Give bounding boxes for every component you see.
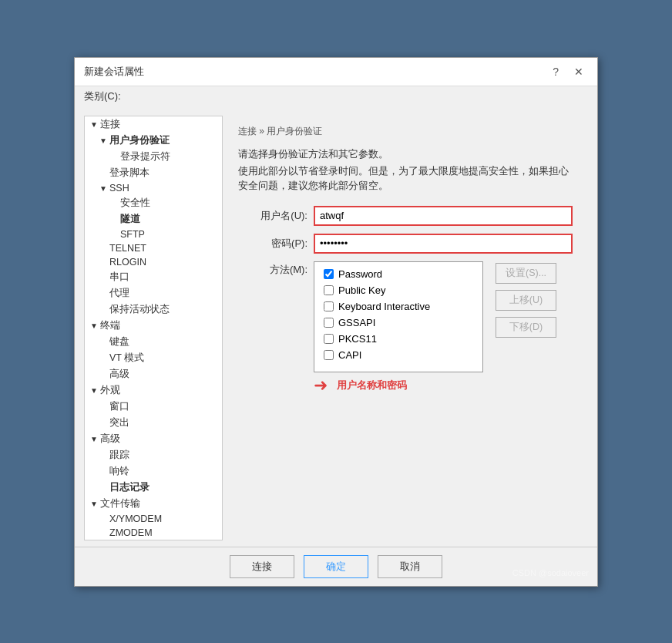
sidebar-item-突出[interactable]: 突出 [85, 415, 222, 431]
method-label-KeyboardInteractive: Keyboard Interactive [338, 301, 430, 312]
ok-button[interactable]: 确定 [304, 555, 368, 578]
desc1: 请选择身份验证方法和其它参数。 [238, 147, 573, 162]
checkbox-GSSAPI[interactable] [324, 318, 334, 328]
method-label-GSSAPI: GSSAPI [338, 317, 375, 328]
method-label-CAPI: CAPI [338, 349, 361, 361]
sidebar-item-响铃[interactable]: 响铃 [85, 463, 222, 480]
sidebar-item-SFTP[interactable]: SFTP [85, 227, 222, 241]
sidebar-item-外观[interactable]: ▼外观 [85, 382, 222, 399]
sidebar-item-日志记录[interactable]: 日志记录 [85, 480, 222, 496]
sidebar-item-RLOGIN[interactable]: RLOGIN [85, 255, 222, 269]
sidebar-item-文件传输[interactable]: ▼文件传输 [85, 496, 222, 512]
dialog-footer: 连接 确定 取消 [75, 547, 597, 586]
sidebar-item-高级[interactable]: 高级 [85, 366, 222, 382]
method-label-PublicKey: Public Key [338, 284, 385, 296]
title-bar: 新建会话属性 ? ✕ [75, 58, 597, 86]
new-session-dialog: 新建会话属性 ? ✕ 类别(C): ▼连接▼用户身份验证 登录提示符 登录脚本▼… [74, 57, 598, 587]
checkbox-PublicKey[interactable] [324, 285, 334, 295]
dialog-title: 新建会话属性 [84, 65, 144, 79]
method-label-PKCS11: PKCS11 [338, 333, 377, 345]
method-label-Password: Password [338, 268, 382, 280]
sidebar-item-代理[interactable]: 代理 [85, 285, 222, 301]
settings-button[interactable]: 设置(S)... [496, 263, 556, 284]
sidebar-item-X/YMODEM[interactable]: X/YMODEM [85, 512, 222, 526]
checkbox-Password[interactable] [324, 269, 334, 279]
sidebar-item-隧道[interactable]: 隧道 [85, 211, 222, 227]
close-button[interactable]: ✕ [570, 64, 588, 79]
username-row: 用户名(U): [238, 206, 573, 226]
move-up-button[interactable]: 上移(U) [496, 290, 556, 311]
sidebar-item-ZMODEM[interactable]: ZMODEM [85, 526, 222, 540]
method-CAPI[interactable]: CAPI [324, 349, 473, 361]
method-row: 方法(M): PasswordPublic KeyKeyboard Intera… [238, 261, 573, 396]
category-label: 类别(C): [75, 86, 597, 109]
method-GSSAPI[interactable]: GSSAPI [324, 317, 473, 328]
right-buttons: 设置(S)... 上移(U) 下移(D) [496, 261, 556, 338]
method-label: 方法(M): [238, 261, 307, 277]
sidebar-item-登录提示符[interactable]: 登录提示符 [85, 149, 222, 165]
password-input[interactable] [314, 234, 573, 254]
sidebar-item-键盘[interactable]: 键盘 [85, 334, 222, 350]
cancel-button[interactable]: 取消 [378, 555, 442, 578]
checkbox-KeyboardInteractive[interactable] [324, 301, 334, 311]
checkbox-CAPI[interactable] [324, 350, 334, 360]
sidebar-item-VT模式[interactable]: VT 模式 [85, 350, 222, 366]
sidebar-item-安全性[interactable]: 安全性 [85, 195, 222, 211]
title-bar-controls: ? ✕ [548, 64, 588, 79]
sidebar-item-高级2[interactable]: ▼高级 [85, 431, 222, 447]
sidebar-item-连接[interactable]: ▼连接 [85, 116, 222, 133]
method-Password[interactable]: Password [324, 268, 473, 280]
method-KeyboardInteractive[interactable]: Keyboard Interactive [324, 301, 473, 312]
method-PublicKey[interactable]: Public Key [324, 284, 473, 296]
help-button[interactable]: ? [548, 64, 563, 79]
password-row: 密码(P): [238, 234, 573, 254]
red-arrow-icon: ➜ [314, 375, 328, 396]
checkbox-PKCS11[interactable] [324, 334, 334, 344]
desc2: 使用此部分以节省登录时间。但是，为了最大限度地提高安全性，如果担心安全问题，建议… [238, 164, 573, 194]
sidebar-item-保持活动状态[interactable]: 保持活动状态 [85, 301, 222, 318]
watermark: CSDN @sodaioveer [512, 568, 589, 577]
annotation-text: 用户名称和密码 [337, 379, 407, 392]
connect-button[interactable]: 连接 [230, 555, 294, 578]
sidebar-item-SSH[interactable]: ▼SSH [85, 181, 222, 195]
sidebar-item-串口[interactable]: 串口 [85, 269, 222, 285]
content-area: 连接 » 用户身份验证 请选择身份验证方法和其它参数。 使用此部分以节省登录时间… [223, 116, 588, 540]
dialog-body: ▼连接▼用户身份验证 登录提示符 登录脚本▼SSH 安全性 隧道 SFTP TE… [75, 109, 597, 547]
password-label: 密码(P): [238, 237, 307, 251]
sidebar-item-终端[interactable]: ▼终端 [85, 318, 222, 334]
move-down-button[interactable]: 下移(D) [496, 317, 556, 338]
method-PKCS11[interactable]: PKCS11 [324, 333, 473, 345]
sidebar-item-用户身份验证[interactable]: ▼用户身份验证 [85, 133, 222, 149]
sidebar-item-登录脚本[interactable]: 登录脚本 [85, 165, 222, 181]
sidebar-item-跟踪[interactable]: 跟踪 [85, 447, 222, 463]
method-panel: PasswordPublic KeyKeyboard InteractiveGS… [314, 261, 483, 372]
breadcrumb: 连接 » 用户身份验证 [238, 125, 573, 138]
sidebar-item-TELNET[interactable]: TELNET [85, 241, 222, 255]
annotation-container: ➜ 用户名称和密码 [314, 375, 556, 396]
sidebar-item-窗口[interactable]: 窗口 [85, 399, 222, 415]
username-input[interactable] [314, 206, 573, 226]
sidebar-tree: ▼连接▼用户身份验证 登录提示符 登录脚本▼SSH 安全性 隧道 SFTP TE… [84, 116, 223, 540]
username-label: 用户名(U): [238, 209, 307, 223]
